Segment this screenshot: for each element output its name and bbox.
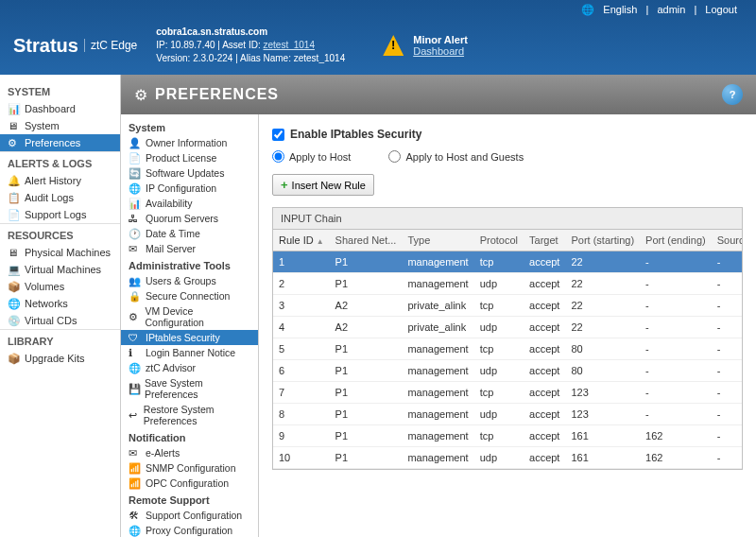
license-icon: 📄	[129, 152, 142, 164]
nav-physical-machines[interactable]: 🖥Physical Machines	[0, 244, 120, 261]
cell-type: private_alink	[402, 317, 473, 338]
col-source-ip-start[interactable]: Source IP (starting)	[712, 230, 742, 251]
nav-volumes[interactable]: 📦Volumes	[0, 278, 120, 295]
insert-rule-button[interactable]: +Insert New Rule	[272, 174, 374, 196]
pref-software-updates[interactable]: 🔄Software Updates	[121, 165, 258, 181]
col-port-end[interactable]: Port (ending)	[640, 230, 712, 251]
pref-vm-device-config[interactable]: ⚙VM Device Configuration	[121, 303, 258, 330]
nav-upgrade-kits[interactable]: 📦Upgrade Kits	[0, 350, 120, 367]
owner-icon: 👤	[129, 137, 142, 148]
pref-quorum-servers[interactable]: 🖧Quorum Servers	[121, 211, 258, 226]
asset-link[interactable]: zetest_1014	[263, 40, 315, 50]
cell-pe: -	[640, 360, 712, 382]
pref-opc-config[interactable]: 📶OPC Configuration	[121, 476, 258, 491]
pref-ealerts[interactable]: ✉e-Alerts	[121, 445, 258, 460]
pref-group-system: System	[121, 118, 258, 135]
pref-product-license[interactable]: 📄Product License	[121, 150, 258, 165]
table-row[interactable]: 7P1managementtcpaccept123---	[273, 382, 742, 404]
nav-audit-logs[interactable]: 📋Audit Logs	[0, 189, 120, 206]
cell-ps: 22	[565, 251, 640, 273]
cell-sip: -	[712, 273, 742, 295]
cell-id: 1	[273, 251, 330, 273]
cell-ps: 80	[565, 360, 640, 382]
language-link[interactable]: English	[603, 4, 637, 15]
nav-system[interactable]: 🖥System	[0, 117, 120, 134]
col-port-start[interactable]: Port (starting)	[565, 230, 640, 251]
version-line: Version: 2.3.0-224 | Alias Name: zetest_…	[156, 52, 345, 65]
table-row[interactable]: 8P1managementudpaccept123---	[273, 404, 742, 425]
pref-save-preferences[interactable]: 💾Save System Preferences	[121, 375, 258, 402]
table-row[interactable]: 2P1managementudpaccept22---	[273, 273, 742, 295]
cell-proto: tcp	[474, 382, 524, 404]
users-icon: 👥	[129, 275, 142, 286]
col-shared-net[interactable]: Shared Net...	[330, 230, 403, 251]
table-row[interactable]: 10P1managementudpaccept161162--	[273, 447, 742, 469]
availability-icon: 📊	[129, 198, 142, 209]
table-row[interactable]: 6P1managementudpaccept80---	[273, 360, 742, 382]
pref-support-config[interactable]: 🛠Support Configuration	[121, 508, 258, 523]
help-button[interactable]: ?	[722, 84, 743, 105]
logout-link[interactable]: Logout	[705, 4, 737, 15]
support-config-icon: 🛠	[129, 510, 142, 521]
table-row[interactable]: 5P1managementtcpaccept80---	[273, 338, 742, 360]
col-type[interactable]: Type	[402, 230, 473, 251]
cell-net: P1	[330, 425, 403, 447]
pref-users-groups[interactable]: 👥Users & Groups	[121, 273, 258, 288]
nav-virtual-machines[interactable]: 💻Virtual Machines	[0, 261, 120, 278]
pref-login-banner[interactable]: ℹLogin Banner Notice	[121, 345, 258, 360]
admin-link[interactable]: admin	[657, 4, 685, 15]
cell-proto: tcp	[474, 338, 524, 360]
table-row[interactable]: 1P1managementtcpaccept22---	[273, 251, 742, 273]
pref-proxy-config[interactable]: 🌐Proxy Configuration	[121, 523, 258, 537]
col-rule-id[interactable]: Rule ID	[273, 230, 330, 251]
pref-ztc-advisor[interactable]: 🌐ztC Advisor	[121, 360, 258, 375]
pref-date-time[interactable]: 🕐Date & Time	[121, 226, 258, 241]
restore-icon: ↩	[129, 409, 140, 421]
nav-alert-history[interactable]: 🔔Alert History	[0, 172, 120, 189]
left-nav: SYSTEM 📊Dashboard 🖥System ⚙Preferences A…	[0, 75, 121, 537]
pref-availability[interactable]: 📊Availability	[121, 196, 258, 211]
cell-type: management	[402, 338, 473, 360]
cell-pe: -	[640, 338, 712, 360]
table-row[interactable]: 9P1managementtcpaccept161162--	[273, 425, 742, 447]
pref-ip-configuration[interactable]: 🌐IP Configuration	[121, 181, 258, 196]
header-top: 🌐 English | admin | Logout	[0, 0, 756, 20]
nav-group-resources: RESOURCES	[0, 223, 120, 244]
opc-icon: 📶	[129, 477, 142, 489]
clock-icon: 🕐	[129, 228, 142, 239]
vm-config-icon: ⚙	[129, 311, 141, 322]
nav-preferences[interactable]: ⚙Preferences	[0, 134, 120, 151]
iptables-panel: Enable IPtables Security Apply to Host A…	[259, 114, 756, 537]
enable-iptables-checkbox[interactable]	[272, 129, 284, 141]
nav-dashboard[interactable]: 📊Dashboard	[0, 100, 120, 117]
pref-snmp-config[interactable]: 📶SNMP Configuration	[121, 460, 258, 476]
cell-sip: -	[712, 251, 742, 273]
pref-owner-information[interactable]: 👤Owner Information	[121, 135, 258, 150]
pref-restore-preferences[interactable]: ↩Restore System Preferences	[121, 402, 258, 428]
cell-target: accept	[524, 338, 565, 360]
cell-id: 9	[273, 425, 330, 447]
apply-host-option[interactable]: Apply to Host	[272, 150, 351, 163]
alert-title: Minor Alert	[413, 34, 468, 45]
snmp-icon: 📶	[129, 462, 142, 474]
nav-support-logs[interactable]: 📄Support Logs	[0, 206, 120, 223]
table-row[interactable]: 4A2private_alinkudpaccept22---	[273, 317, 742, 338]
preferences-icon: ⚙	[8, 137, 21, 148]
product: ztC Edge	[84, 39, 137, 52]
nav-networks[interactable]: 🌐Networks	[0, 295, 120, 312]
table-row[interactable]: 3A2private_alinktcpaccept22---	[273, 295, 742, 317]
apply-both-radio[interactable]	[388, 150, 401, 163]
pref-mail-server[interactable]: ✉Mail Server	[121, 241, 258, 256]
apply-both-option[interactable]: Apply to Host and Guests	[388, 150, 524, 163]
alert-dashboard-link[interactable]: Dashboard	[413, 45, 464, 57]
pref-iptables-security[interactable]: 🛡IPtables Security	[121, 330, 258, 345]
col-target[interactable]: Target	[524, 230, 565, 251]
col-protocol[interactable]: Protocol	[474, 230, 524, 251]
table-scroll[interactable]: Rule ID Shared Net... Type Protocol Targ…	[273, 230, 742, 469]
nav-virtual-cds[interactable]: 💿Virtual CDs	[0, 312, 120, 329]
pref-secure-connection[interactable]: 🔒Secure Connection	[121, 288, 258, 303]
apply-host-radio[interactable]	[272, 150, 284, 163]
cell-target: accept	[524, 425, 565, 447]
header-main: Stratus ztC Edge cobra1ca.sn.stratus.com…	[0, 20, 756, 75]
titlebar: ⚙ PREFERENCES ?	[121, 75, 756, 114]
